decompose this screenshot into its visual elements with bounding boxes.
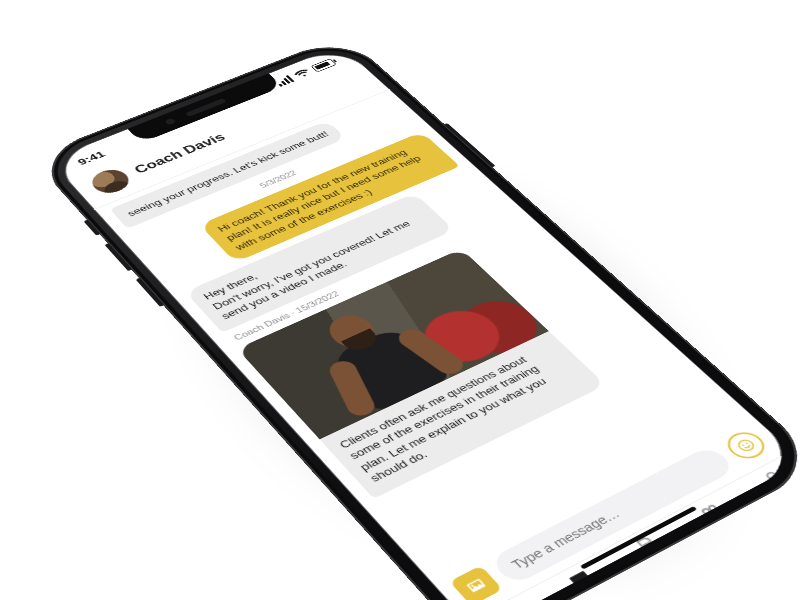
svg-point-0 bbox=[736, 438, 756, 452]
coach-avatar[interactable] bbox=[86, 166, 135, 198]
image-icon bbox=[462, 575, 490, 596]
screen: 9:41 Coach Davis bbox=[49, 45, 800, 600]
attach-button[interactable] bbox=[449, 565, 503, 600]
video-caption: Clients often ask me questions about som… bbox=[320, 331, 607, 499]
emoji-button[interactable] bbox=[720, 427, 771, 463]
cellular-icon bbox=[274, 75, 294, 87]
smile-icon bbox=[732, 436, 759, 455]
wifi-icon bbox=[292, 68, 312, 80]
status-time: 9:41 bbox=[75, 149, 107, 167]
mute-switch[interactable] bbox=[83, 219, 100, 235]
svg-point-1 bbox=[742, 444, 745, 446]
svg-point-5 bbox=[766, 472, 777, 480]
svg-point-2 bbox=[745, 442, 748, 444]
phone-frame: 9:41 Coach Davis bbox=[31, 35, 800, 600]
battery-icon bbox=[311, 58, 337, 72]
